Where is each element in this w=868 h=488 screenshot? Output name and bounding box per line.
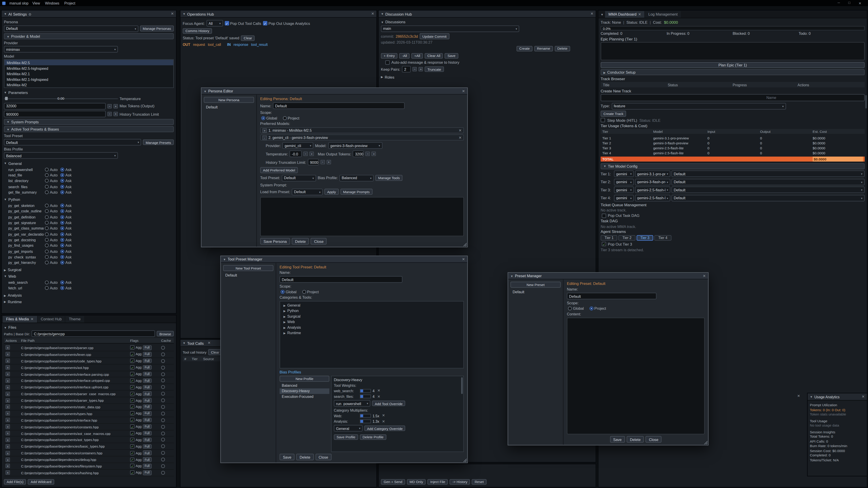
preset-content-textarea[interactable] (567, 318, 705, 434)
full-button[interactable]: Full (143, 451, 151, 455)
full-button[interactable]: Full (143, 444, 151, 449)
ask-option[interactable]: Ask (60, 167, 75, 171)
cache-indicator[interactable] (161, 385, 165, 389)
add-files-button[interactable]: Add File(s) (4, 479, 26, 485)
remove-file-button[interactable]: x (5, 444, 10, 449)
tool-preset-name-input[interactable]: Default (280, 276, 403, 283)
temperature-input[interactable]: -0.0 (289, 151, 302, 157)
decrement-button[interactable]: − (412, 67, 417, 71)
max-output-input[interactable]: 32000 (353, 151, 364, 157)
tier-model-select[interactable]: gemini-2.5-flash-lite▾ (635, 187, 671, 193)
browse-button[interactable]: Browse (157, 331, 174, 337)
collapse-icon[interactable]: ▼ (381, 12, 384, 15)
discussion-entry-button[interactable]: Save (445, 53, 458, 59)
auto-option[interactable]: Auto (45, 190, 59, 194)
pop-out-usage-analytics-checkbox[interactable]: ✓Pop Out Usage Analytics (263, 21, 310, 26)
cache-indicator[interactable] (161, 365, 165, 369)
preset-list-item[interactable]: Default (510, 289, 561, 295)
category-node[interactable]: ▶Web (281, 319, 462, 324)
close-icon[interactable]: ✕ (171, 11, 174, 16)
collapse-icon[interactable]: ▼ (223, 258, 226, 261)
composer-button[interactable]: MD Only (407, 479, 426, 485)
tab-mma-dashboard[interactable]: MMA Dashboard✕ (605, 11, 645, 18)
discussion-entry-button[interactable]: -All (399, 53, 410, 59)
remove-file-button[interactable]: x (5, 352, 10, 357)
increment-button[interactable]: + (114, 112, 118, 116)
ask-option[interactable]: Ask (60, 286, 75, 290)
remove-file-button[interactable]: x (5, 379, 10, 383)
plan-epic-button[interactable]: Plan Epic (Tier 1) (600, 62, 865, 68)
category-node[interactable]: ▶General (281, 303, 462, 308)
close-icon[interactable]: ✕ (462, 89, 465, 93)
tier-provider-select[interactable]: gemini▾ (614, 195, 634, 201)
ask-option[interactable]: Ask (60, 190, 75, 194)
system-prompt-textarea[interactable] (260, 197, 464, 236)
increment-button[interactable]: + (418, 67, 423, 71)
close-icon[interactable]: ✕ (862, 394, 865, 399)
add-category-override-button[interactable]: Add Category Override (364, 425, 405, 431)
auto-option[interactable]: Auto (45, 215, 59, 219)
decrement-button[interactable]: − (320, 160, 325, 164)
remove-file-button[interactable]: x (5, 346, 10, 350)
remove-icon[interactable]: ✕ (377, 388, 380, 393)
persona-select[interactable]: Default▾ (4, 25, 138, 32)
expand-toggle[interactable]: + (262, 128, 267, 133)
multiplier-slider[interactable] (360, 414, 371, 418)
tier-provider-select[interactable]: gemini▾ (614, 178, 634, 185)
minimize-icon[interactable]: ─ (837, 1, 840, 5)
category-node[interactable]: ▶Python (281, 308, 462, 313)
full-button[interactable]: Full (143, 424, 151, 429)
new-profile-button[interactable]: New Profile (280, 376, 329, 382)
parameters-section[interactable]: ▼Parameters (4, 90, 174, 94)
group-general[interactable]: ▼General (4, 161, 174, 165)
agg-checkbox[interactable]: ✓ (130, 444, 135, 449)
gear-icon[interactable]: ⚙ (29, 12, 31, 16)
group-surgical[interactable]: ▶Surgical (4, 268, 174, 272)
save-button[interactable]: Save (610, 436, 625, 443)
auto-option[interactable]: Auto (45, 167, 59, 171)
conductor-setup-section[interactable]: ▶Conductor Setup (600, 69, 865, 75)
full-button[interactable]: Full (143, 431, 151, 435)
auto-option[interactable]: Auto (45, 209, 59, 213)
legend-in[interactable]: IN (227, 42, 231, 46)
full-button[interactable]: Full (143, 457, 151, 462)
cache-indicator[interactable] (161, 451, 165, 455)
collapse-icon[interactable]: ▼ (4, 12, 7, 15)
pop-out-tool-calls-checkbox[interactable]: ✓Pop Out Tool Calls (225, 21, 261, 26)
remove-file-button[interactable]: x (5, 365, 10, 370)
menu-item[interactable]: Project (64, 1, 75, 5)
auto-option[interactable]: Auto (45, 173, 59, 177)
agg-checkbox[interactable]: ✓ (130, 346, 135, 350)
full-button[interactable]: Full (143, 352, 151, 357)
agg-checkbox[interactable]: ✓ (130, 457, 135, 462)
stream-tab[interactable]: Tier 3 (637, 235, 653, 240)
group-analysis[interactable]: ▶Analysis (4, 293, 174, 297)
hidden-panel-close-icon[interactable]: ✕ (797, 394, 800, 398)
close-button[interactable]: Close (311, 238, 327, 245)
discussion-entry-button[interactable]: Clear All (425, 53, 443, 59)
clear-status-button[interactable]: Clear (241, 35, 255, 41)
full-button[interactable]: Full (143, 391, 151, 396)
agg-checkbox[interactable]: ✓ (130, 411, 135, 416)
tier-preset-select[interactable]: Default▾ (672, 178, 865, 185)
apply-button[interactable]: Apply (324, 189, 339, 195)
close-icon[interactable]: ✕ (859, 1, 861, 5)
auto-add-checkbox[interactable] (385, 60, 390, 65)
cache-indicator[interactable] (161, 457, 165, 461)
tier-preset-select[interactable]: Default▾ (672, 187, 865, 193)
preset-name-input[interactable]: Default (567, 293, 657, 299)
menu-item[interactable]: Windows (45, 1, 59, 5)
tab-files-media[interactable]: Files & Media✕ (3, 316, 37, 323)
remove-file-button[interactable]: x (5, 404, 10, 409)
auto-option[interactable]: Auto (45, 204, 59, 207)
close-icon[interactable]: ✕ (208, 341, 211, 346)
manage-presets-button[interactable]: Manage Presets (143, 139, 174, 145)
system-prompts-section[interactable]: ▼System Prompts (4, 119, 174, 125)
add-tool-override-button[interactable]: Add Tool Override (372, 400, 405, 406)
files-section[interactable]: ▼Files (4, 325, 174, 329)
ask-option[interactable]: Ask (60, 185, 75, 188)
tier-provider-select[interactable]: gemini▾ (614, 170, 634, 177)
collapse-icon[interactable]: ▼ (810, 395, 813, 398)
agg-checkbox[interactable]: ✓ (130, 437, 135, 442)
collapse-icon[interactable]: ▼ (204, 90, 207, 93)
